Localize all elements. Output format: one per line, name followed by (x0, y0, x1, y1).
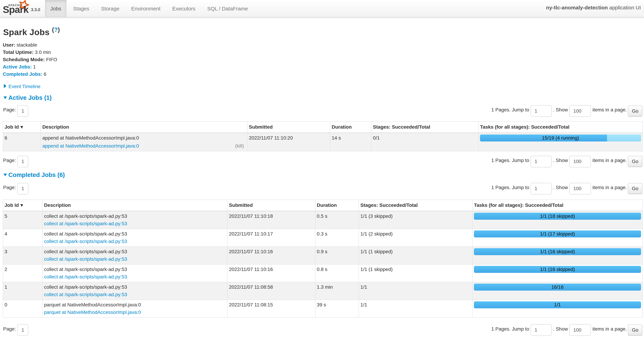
svg-text:Spark: Spark (3, 4, 29, 15)
